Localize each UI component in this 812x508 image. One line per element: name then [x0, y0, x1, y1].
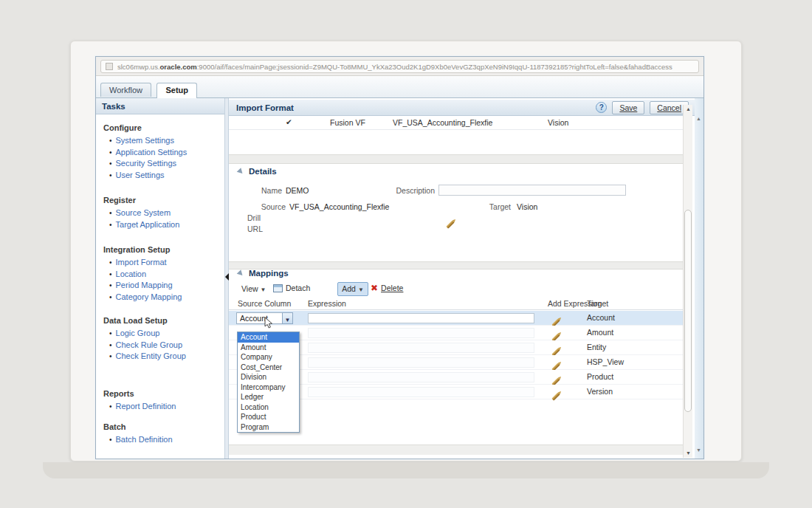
dropdown-option[interactable]: Division — [238, 372, 299, 382]
section-title: Register — [103, 196, 220, 205]
add-dropdown-arrow-icon: ▼ — [358, 286, 364, 293]
scroll-down-icon[interactable]: ▼ — [684, 449, 693, 458]
sidebar-link[interactable]: Batch Definition — [109, 434, 220, 446]
sidebar-link[interactable]: System Settings — [109, 135, 220, 147]
tasks-panel: Tasks Configure System SettingsApplicati… — [96, 98, 225, 459]
target-value: Vision — [517, 202, 537, 211]
format-target: Vision — [548, 118, 568, 127]
sidebar-link[interactable]: Check Entity Group — [109, 351, 220, 363]
dropdown-option[interactable]: Cost_Center — [238, 363, 299, 373]
description-label: Description — [388, 186, 435, 195]
window-scrollbar[interactable]: ▲ ▼ — [695, 98, 703, 459]
mapping-row[interactable]: Account ▼ Account — [229, 311, 683, 326]
target-dimension-value: HSP_View — [587, 357, 624, 366]
description-input[interactable] — [438, 185, 626, 196]
section-title: Configure — [103, 123, 220, 132]
expression-input[interactable] — [308, 357, 534, 368]
sidebar-link[interactable]: Period Mapping — [109, 280, 220, 292]
mappings-table-header: Source Column Expression Add Expression … — [229, 298, 683, 310]
detach-button[interactable]: Detach — [273, 284, 310, 292]
dropdown-option[interactable]: Amount — [238, 343, 299, 353]
sidebar-section-data-load-setup: Data Load Setup Logic GroupCheck Rule Gr… — [103, 316, 220, 363]
sidebar-link[interactable]: User Settings — [109, 170, 220, 182]
browser-url-bar: slc06mwp.us.oracle.com:9000/aif/faces/ma… — [96, 57, 703, 76]
col-target: Target — [587, 299, 608, 308]
tab-workflow[interactable]: Workflow — [100, 83, 151, 97]
import-format-panel: Import Format ? Save Cancel ✔ Fusion VF … — [229, 98, 695, 459]
sidebar-section-integration-setup: Integration Setup Import FormatLocationP… — [103, 245, 220, 303]
save-button[interactable]: Save — [612, 101, 644, 114]
help-icon[interactable]: ? — [596, 102, 607, 113]
sidebar-link[interactable]: Source System — [109, 207, 220, 219]
import-format-row[interactable]: ✔ Fusion VF VF_USA_Accounting_Flexfie Vi… — [229, 117, 683, 130]
name-value: DEMO — [286, 186, 309, 195]
dropdown-option[interactable]: Company — [238, 352, 299, 363]
sidebar-link[interactable]: Location — [109, 269, 220, 281]
target-dimension-value: Entity — [587, 343, 606, 351]
source-column-value: Account — [236, 312, 282, 324]
section-divider — [229, 261, 683, 270]
sidebar-section-reports: Reports Report Definition — [103, 389, 220, 413]
source-value: VF_USA_Accounting_Flexfie — [289, 202, 389, 211]
dropdown-option[interactable]: Account — [238, 332, 299, 343]
mappings-toolbar: View▼ Detach Add▼ ✖ Delete — [229, 282, 683, 298]
view-menu-button[interactable]: View▼ — [241, 284, 266, 293]
edit-drill-url-pencil-icon[interactable] — [446, 216, 455, 229]
valid-check-icon: ✔ — [286, 117, 292, 126]
dropdown-option[interactable]: Intercompany — [238, 382, 299, 393]
expression-input[interactable] — [308, 343, 534, 353]
sidebar-link[interactable]: Check Rule Group — [109, 340, 220, 351]
target-dimension-value: Account — [587, 313, 615, 322]
col-source-column: Source Column — [238, 299, 291, 308]
delete-x-icon: ✖ — [371, 284, 378, 292]
sidebar-link[interactable]: Report Definition — [109, 401, 220, 413]
section-title: Integration Setup — [103, 245, 220, 254]
target-dimension-value: Amount — [587, 328, 613, 337]
mappings-disclosure-icon[interactable] — [237, 270, 245, 278]
target-label: Target — [480, 202, 511, 211]
combo-dropdown-button[interactable]: ▼ — [282, 312, 293, 324]
sidebar-link[interactable]: Category Mapping — [109, 292, 220, 303]
tasks-title: Tasks — [102, 102, 125, 111]
view-dropdown-arrow-icon: ▼ — [261, 286, 266, 293]
favicon-icon — [106, 63, 113, 70]
col-expression: Expression — [308, 299, 346, 308]
dropdown-option[interactable]: Product — [238, 412, 299, 422]
tab-setup[interactable]: Setup — [156, 83, 197, 98]
panel-bottom-strip — [229, 444, 683, 455]
expression-input[interactable] — [308, 387, 534, 397]
expression-input[interactable] — [308, 372, 534, 382]
sidebar-link[interactable]: Security Settings — [109, 158, 220, 170]
sidebar-link[interactable]: Import Format — [109, 257, 220, 269]
add-expression-pencil-icon[interactable] — [551, 388, 563, 401]
dropdown-option[interactable]: Program — [238, 422, 299, 433]
format-source: VF_USA_Accounting_Flexfie — [393, 118, 492, 127]
delete-button[interactable]: ✖ Delete — [371, 284, 403, 292]
window-scroll-up-icon[interactable]: ▲ — [696, 116, 701, 121]
sidebar-link[interactable]: Application Settings — [109, 147, 220, 159]
section-title: Reports — [103, 389, 220, 398]
details-title: Details — [249, 167, 277, 176]
sidebar-section-batch: Batch Batch Definition — [103, 422, 220, 446]
sidebar-link[interactable]: Target Application — [109, 219, 220, 231]
drill-url-label-line2: URL — [247, 224, 263, 233]
section-title: Data Load Setup — [103, 316, 220, 325]
sidebar-section-configure: Configure System SettingsApplication Set… — [103, 123, 220, 181]
page-title: Import Format — [236, 100, 294, 116]
expression-input[interactable] — [308, 313, 534, 323]
dropdown-option[interactable]: Ledger — [238, 392, 299, 402]
drill-url-label-line1: Drill — [247, 213, 261, 222]
window-scroll-down-icon[interactable]: ▼ — [696, 447, 701, 453]
mouse-cursor-icon — [264, 317, 274, 330]
vertical-scrollbar[interactable]: ▲ ▼ — [683, 105, 692, 458]
expression-input[interactable] — [308, 328, 534, 338]
section-divider — [229, 154, 683, 164]
add-button[interactable]: Add▼ — [337, 282, 368, 296]
url-field[interactable]: slc06mwp.us.oracle.com:9000/aif/faces/ma… — [100, 60, 699, 73]
details-disclosure-icon[interactable] — [237, 168, 245, 176]
sidebar-link[interactable]: Logic Group — [109, 328, 220, 340]
dropdown-option[interactable]: Location — [238, 402, 299, 413]
scroll-up-icon[interactable]: ▲ — [684, 105, 693, 114]
app-tab-bar: Workflow Setup — [96, 76, 703, 98]
scrollbar-thumb[interactable] — [684, 210, 692, 412]
